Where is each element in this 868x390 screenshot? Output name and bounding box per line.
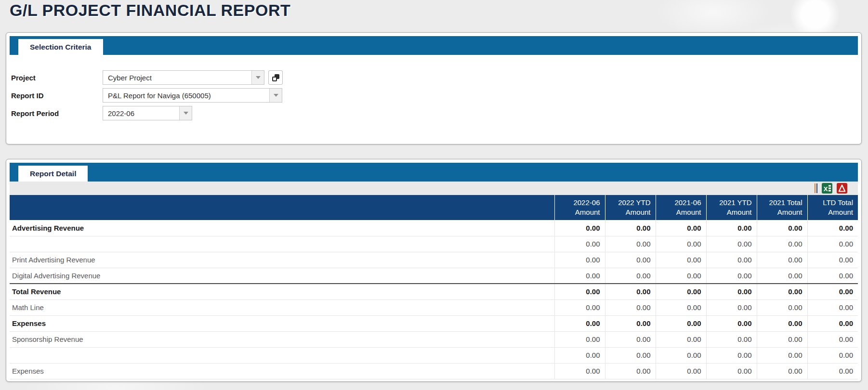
amount-column-header[interactable]: 2021-06 Amount (656, 195, 706, 220)
cell-value: 0.00 (757, 299, 807, 315)
chevron-down-icon[interactable] (269, 89, 282, 102)
cell-value: 0.00 (656, 299, 706, 315)
cell-value: 0.00 (554, 252, 605, 268)
chevron-down-icon[interactable] (251, 71, 264, 84)
cell-value: 0.00 (757, 220, 807, 236)
table-row: Print Advertising Revenue 0.00 0.00 0.00… (10, 252, 858, 268)
cell-value: 0.00 (656, 347, 706, 363)
cell-value: 0.00 (757, 268, 807, 284)
cell-value: 0.00 (554, 363, 605, 379)
amount-column-header[interactable]: 2022-06 Amount (554, 195, 605, 220)
cell-value: 0.00 (757, 315, 807, 331)
row-label-column-header (10, 195, 554, 220)
report-id-select-value: P&L Report for Naviga (650005) (103, 89, 269, 102)
amount-column-header[interactable]: 2021 Total Amount (757, 195, 807, 220)
selection-form: Project Cyber Project Report ID P&L Repo… (11, 70, 858, 120)
cell-value: 0.00 (605, 268, 656, 284)
cell-value: 0.00 (706, 252, 757, 268)
cell-value: 0.00 (554, 268, 605, 284)
chevron-down-icon[interactable] (179, 106, 192, 120)
amount-column-header[interactable]: 2022 YTD Amount (605, 195, 656, 220)
report-period-row: Report Period 2022-06 (11, 106, 858, 120)
cell-value: 0.00 (757, 284, 807, 299)
report-detail-panel: Report Detail X 2022-06 Amount 2022 YTD … (6, 159, 862, 382)
cell-value: 0.00 (706, 268, 757, 284)
cell-value: 0.00 (554, 331, 605, 347)
cell-value: 0.00 (807, 252, 858, 268)
cell-value: 0.00 (605, 284, 656, 299)
cell-value: 0.00 (554, 284, 605, 299)
copy-icon (272, 74, 279, 81)
row-label (10, 236, 554, 252)
cell-value: 0.00 (807, 268, 858, 284)
report-id-row: Report ID P&L Report for Naviga (650005) (11, 88, 858, 103)
cell-value: 0.00 (605, 299, 656, 315)
row-label: Digital Advertising Revenue (10, 268, 554, 284)
table-row: 0.00 0.00 0.00 0.00 0.00 0.00 (10, 347, 858, 363)
cell-value: 0.00 (605, 236, 656, 252)
cell-value: 0.00 (554, 220, 605, 236)
cell-value: 0.00 (807, 315, 858, 331)
svg-text:X: X (824, 185, 828, 193)
cell-value: 0.00 (706, 363, 757, 379)
report-period-select[interactable]: 2022-06 (103, 106, 192, 120)
cell-value: 0.00 (807, 347, 858, 363)
amount-column-header[interactable]: LTD Total Amount (807, 195, 858, 220)
cell-value: 0.00 (807, 236, 858, 252)
cell-value: 0.00 (807, 220, 858, 236)
cell-value: 0.00 (757, 331, 807, 347)
cell-value: 0.00 (807, 363, 858, 379)
report-table: 2022-06 Amount 2022 YTD Amount 2021-06 A… (10, 195, 858, 379)
report-period-label: Report Period (11, 109, 103, 117)
cell-value: 0.00 (656, 236, 706, 252)
project-select-value: Cyber Project (103, 71, 251, 84)
cell-value: 0.00 (656, 315, 706, 331)
cell-value: 0.00 (706, 284, 757, 299)
cell-value: 0.00 (554, 347, 605, 363)
cell-value: 0.00 (656, 284, 706, 299)
project-select[interactable]: Cyber Project (103, 70, 264, 85)
cell-value: 0.00 (605, 220, 656, 236)
selection-criteria-tabbar: Selection Criteria (10, 36, 858, 55)
page-title: G/L PROJECT FINANCIAL REPORT (10, 1, 290, 20)
tab-selection-criteria[interactable]: Selection Criteria (18, 39, 103, 55)
cell-value: 0.00 (605, 331, 656, 347)
table-body: Advertising Revenue 0.00 0.00 0.00 0.00 … (10, 220, 858, 379)
table-row: Digital Advertising Revenue 0.00 0.00 0.… (10, 268, 858, 284)
row-label: Advertising Revenue (10, 220, 554, 236)
table-row: Total Revenue 0.00 0.00 0.00 0.00 0.00 0… (10, 284, 858, 299)
cell-value: 0.00 (656, 220, 706, 236)
table-row: Expenses 0.00 0.00 0.00 0.00 0.00 0.00 (10, 315, 858, 331)
export-toolbar: X (10, 182, 858, 195)
cell-value: 0.00 (554, 299, 605, 315)
table-row: Advertising Revenue 0.00 0.00 0.00 0.00 … (10, 220, 858, 236)
cell-value: 0.00 (706, 299, 757, 315)
cell-value: 0.00 (656, 268, 706, 284)
excel-export-icon[interactable]: X (822, 183, 832, 194)
cell-value: 0.00 (605, 347, 656, 363)
table-row: Math Line 0.00 0.00 0.00 0.00 0.00 0.00 (10, 299, 858, 315)
report-id-label: Report ID (11, 91, 103, 100)
cell-value: 0.00 (605, 363, 656, 379)
table-row: 0.00 0.00 0.00 0.00 0.00 0.00 (10, 236, 858, 252)
cell-value: 0.00 (554, 315, 605, 331)
amount-column-header[interactable]: 2021 YTD Amount (706, 195, 757, 220)
cell-value: 0.00 (706, 331, 757, 347)
cell-value: 0.00 (706, 315, 757, 331)
selection-criteria-panel: Selection Criteria Project Cyber Project… (6, 32, 862, 144)
table-row: Sponsorship Revenue 0.00 0.00 0.00 0.00 … (10, 331, 858, 347)
report-period-select-value: 2022-06 (103, 106, 179, 120)
row-label: Expenses (10, 363, 554, 379)
project-row: Project Cyber Project (11, 70, 858, 85)
cell-value: 0.00 (605, 252, 656, 268)
pdf-export-icon[interactable] (837, 183, 847, 194)
report-id-select[interactable]: P&L Report for Naviga (650005) (103, 88, 282, 103)
row-label (10, 347, 554, 363)
cell-value: 0.00 (554, 236, 605, 252)
table-row: Expenses 0.00 0.00 0.00 0.00 0.00 0.00 (10, 363, 858, 379)
copy-project-button[interactable] (268, 70, 283, 85)
cell-value: 0.00 (605, 315, 656, 331)
cell-value: 0.00 (656, 363, 706, 379)
cell-value: 0.00 (757, 252, 807, 268)
tab-report-detail[interactable]: Report Detail (18, 166, 88, 182)
